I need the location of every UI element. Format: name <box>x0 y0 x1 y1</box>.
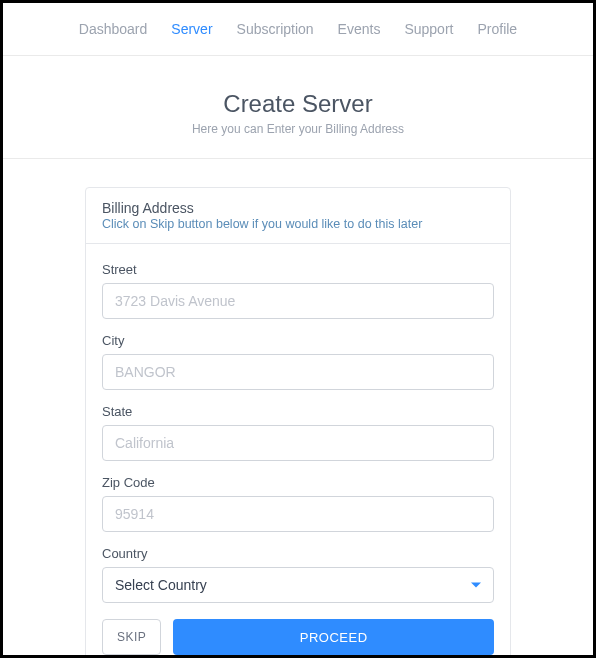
page-subtitle: Here you can Enter your Billing Address <box>3 122 593 136</box>
proceed-button[interactable]: PROCEED <box>173 619 494 655</box>
card-body: Street City State Zip Code Country Selec… <box>86 244 510 658</box>
zip-label: Zip Code <box>102 475 494 490</box>
state-input[interactable] <box>102 425 494 461</box>
field-state: State <box>102 404 494 461</box>
action-row: SKIP PROCEED <box>102 619 494 655</box>
nav-item-server[interactable]: Server <box>171 21 212 37</box>
country-label: Country <box>102 546 494 561</box>
page-header: Create Server Here you can Enter your Bi… <box>3 56 593 159</box>
street-label: Street <box>102 262 494 277</box>
field-country: Country Select Country <box>102 546 494 603</box>
country-selected-value: Select Country <box>103 568 493 602</box>
state-label: State <box>102 404 494 419</box>
field-street: Street <box>102 262 494 319</box>
nav-item-dashboard[interactable]: Dashboard <box>79 21 148 37</box>
billing-card: Billing Address Click on Skip button bel… <box>85 187 511 658</box>
nav-item-profile[interactable]: Profile <box>477 21 517 37</box>
chevron-down-icon <box>471 583 481 588</box>
card-header: Billing Address Click on Skip button bel… <box>86 188 510 244</box>
top-nav: Dashboard Server Subscription Events Sup… <box>3 3 593 56</box>
nav-item-events[interactable]: Events <box>338 21 381 37</box>
nav-item-support[interactable]: Support <box>404 21 453 37</box>
field-zip: Zip Code <box>102 475 494 532</box>
field-city: City <box>102 333 494 390</box>
street-input[interactable] <box>102 283 494 319</box>
nav-item-subscription[interactable]: Subscription <box>237 21 314 37</box>
zip-input[interactable] <box>102 496 494 532</box>
city-input[interactable] <box>102 354 494 390</box>
page-title: Create Server <box>3 90 593 118</box>
country-select[interactable]: Select Country <box>102 567 494 603</box>
card-subtitle: Click on Skip button below if you would … <box>102 217 494 231</box>
card-title: Billing Address <box>102 200 494 216</box>
city-label: City <box>102 333 494 348</box>
skip-button[interactable]: SKIP <box>102 619 161 655</box>
